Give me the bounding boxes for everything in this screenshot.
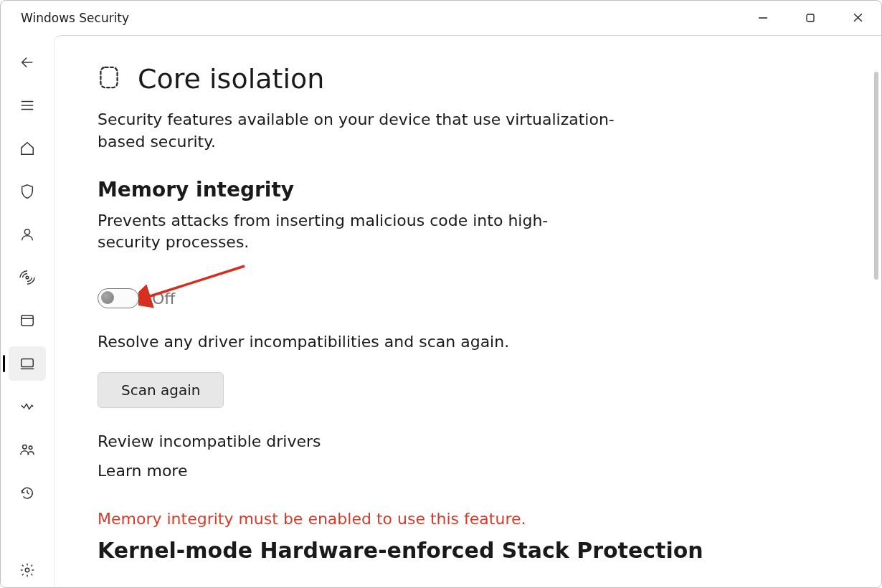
memory-integrity-heading: Memory integrity bbox=[98, 178, 838, 201]
page-title: Core isolation bbox=[138, 63, 324, 95]
svg-rect-12 bbox=[22, 359, 34, 367]
sidebar-item-firewall[interactable] bbox=[9, 260, 46, 295]
svg-point-16 bbox=[25, 568, 29, 572]
svg-point-14 bbox=[23, 445, 27, 450]
svg-point-8 bbox=[24, 229, 29, 234]
sidebar-item-history[interactable] bbox=[9, 475, 46, 510]
svg-rect-1 bbox=[807, 14, 814, 22]
hamburger-menu[interactable] bbox=[9, 88, 46, 123]
svg-point-15 bbox=[29, 446, 32, 450]
stack-protection-heading: Kernel-mode Hardware-enforced Stack Prot… bbox=[98, 538, 838, 563]
sidebar-item-app-browser[interactable] bbox=[9, 303, 46, 338]
page-subtitle: Security features available on your devi… bbox=[98, 109, 628, 153]
svg-point-9 bbox=[26, 276, 29, 279]
close-button[interactable] bbox=[834, 2, 881, 34]
sidebar-item-performance[interactable] bbox=[9, 389, 46, 424]
memory-integrity-desc: Prevents attacks from inserting maliciou… bbox=[98, 210, 599, 255]
minimize-button[interactable] bbox=[739, 2, 787, 34]
scan-again-button[interactable]: Scan again bbox=[98, 372, 224, 408]
toggle-knob bbox=[101, 291, 114, 304]
titlebar: Windows Security bbox=[1, 1, 881, 35]
svg-rect-17 bbox=[100, 67, 117, 87]
core-isolation-icon bbox=[98, 65, 120, 93]
memory-integrity-toggle[interactable] bbox=[98, 288, 139, 308]
back-button[interactable] bbox=[9, 45, 46, 80]
learn-more-link[interactable]: Learn more bbox=[98, 462, 838, 480]
sidebar-item-device-security[interactable] bbox=[9, 346, 46, 381]
window-controls bbox=[739, 2, 881, 34]
scrollbar[interactable] bbox=[874, 72, 878, 280]
sidebar-item-home[interactable] bbox=[9, 131, 46, 166]
review-drivers-link[interactable]: Review incompatible drivers bbox=[98, 432, 838, 450]
sidebar-item-family[interactable] bbox=[9, 432, 46, 467]
svg-rect-10 bbox=[22, 316, 34, 326]
main-content: Core isolation Security features availab… bbox=[54, 35, 881, 587]
sidebar-item-account[interactable] bbox=[9, 217, 46, 252]
stack-protection-warning: Memory integrity must be enabled to use … bbox=[98, 510, 838, 528]
memory-integrity-toggle-row: Off bbox=[98, 288, 838, 308]
page-header: Core isolation bbox=[98, 63, 838, 95]
toggle-state-label: Off bbox=[152, 290, 175, 308]
maximize-button[interactable] bbox=[787, 2, 834, 34]
sidebar bbox=[1, 35, 54, 587]
window-title: Windows Security bbox=[21, 11, 129, 25]
sidebar-item-virus[interactable] bbox=[9, 174, 46, 209]
resolve-hint: Resolve any driver incompatibilities and… bbox=[98, 333, 838, 351]
sidebar-item-settings[interactable] bbox=[9, 553, 46, 587]
